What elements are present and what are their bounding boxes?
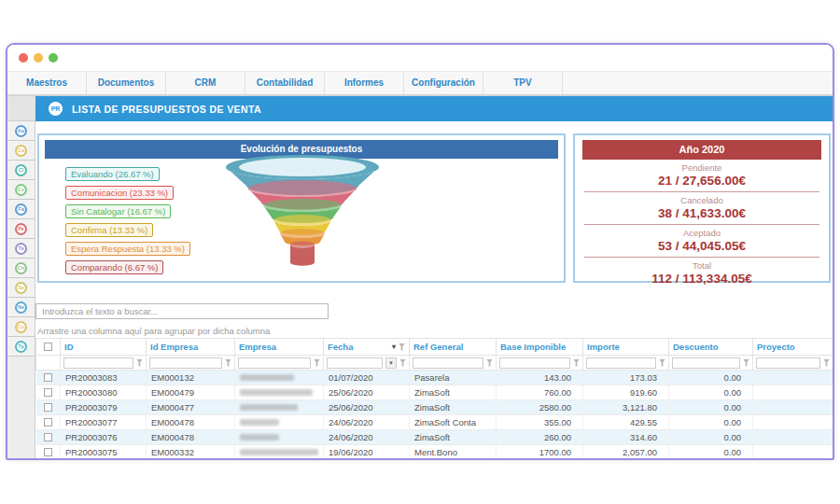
cell-fecha: 19/06/2020 <box>324 445 410 460</box>
col-header-id-empresa[interactable]: Id Empresa <box>147 339 235 356</box>
filter-input-descuento[interactable] <box>672 357 740 369</box>
row-checkbox[interactable] <box>44 418 52 427</box>
filter-input-importe[interactable] <box>586 357 656 369</box>
sidebar-item-6[interactable]: Pe <box>7 219 35 239</box>
table-row[interactable]: PR20003075 EM000332 19/06/2020 Ment.Bono… <box>36 445 833 460</box>
filter-funnel-icon[interactable] <box>399 359 406 367</box>
filter-input-id[interactable] <box>63 357 133 369</box>
funnel-panel: Evolución de presupuestos Evaluando (26.… <box>37 133 566 283</box>
sidebar-item-4[interactable]: Co <box>7 180 35 200</box>
cell-base-imponible: 2580.00 <box>497 400 583 415</box>
cell-proyecto <box>753 400 833 415</box>
sidebar-item-2[interactable]: Ca <box>7 141 35 161</box>
tab-maestros[interactable]: Maestros <box>7 72 87 94</box>
filter-cell-base-imponible <box>497 356 583 371</box>
cell-fecha: 01/07/2020 <box>324 371 410 385</box>
filter-funnel-icon[interactable] <box>314 359 320 367</box>
cell-ref-general: Ment.Bono <box>410 445 497 460</box>
filter-funnel-icon[interactable] <box>486 359 493 367</box>
cell-fecha: 24/06/2020 <box>324 430 410 445</box>
tab-informes[interactable]: Informes <box>325 72 404 94</box>
col-header-ref-general[interactable]: Ref General <box>410 339 497 356</box>
filter-funnel-icon[interactable] <box>225 359 231 367</box>
cell-base-imponible: 260.00 <box>497 430 583 445</box>
filter-input-empresa[interactable] <box>238 357 311 369</box>
table-row[interactable]: PR20003076 EM000478 24/06/2020 ZimaSoft … <box>36 430 833 445</box>
filter-funnel-icon[interactable] <box>659 359 665 367</box>
col-header-fecha[interactable]: Fecha ▾ <box>324 339 410 356</box>
filter-input-id-empresa[interactable] <box>149 357 222 369</box>
select-all-checkbox[interactable] <box>44 343 52 351</box>
sidebar-item-2-icon: Ca <box>15 145 27 157</box>
cell-empresa-redacted <box>235 371 324 385</box>
filter-funnel-icon[interactable] <box>823 359 830 367</box>
tab-configuracion[interactable]: Configuración <box>404 72 483 94</box>
filter-input-fecha[interactable] <box>327 357 383 369</box>
legend-item-evaluando: Evaluando (26.67 %) <box>65 167 160 181</box>
cell-ref-general: ZimaSoft <box>410 430 497 445</box>
zoom-button[interactable] <box>49 53 58 63</box>
sidebar-item-1[interactable]: Au <box>7 121 35 141</box>
sort-desc-icon: ▾ <box>392 343 396 351</box>
sidebar-item-5[interactable]: Fa <box>7 200 35 219</box>
tab-documentos[interactable]: Documentos <box>87 72 166 94</box>
cell-id: PR20003083 <box>61 371 147 385</box>
sidebar-item-8[interactable]: Ch <box>7 259 35 278</box>
summary-pendiente-label: Pendiente <box>584 162 819 173</box>
filter-input-proyecto[interactable] <box>756 357 820 369</box>
row-checkbox[interactable] <box>44 373 52 382</box>
table-row[interactable]: PR20003080 EM000479 25/06/2020 ZimaSoft … <box>36 385 833 400</box>
cell-base-imponible: 355.00 <box>497 415 583 430</box>
cell-empresa-redacted <box>235 430 324 445</box>
date-picker-dropdown[interactable]: ▼ <box>385 357 397 369</box>
filter-funnel-icon[interactable] <box>743 359 749 367</box>
sidebar-item-8-icon: Ch <box>15 262 27 274</box>
summary-total-value: 112 / 113,334.05€ <box>584 272 819 286</box>
summary-aceptado-label: Aceptado <box>584 228 819 238</box>
tab-crm[interactable]: CRM <box>166 72 245 94</box>
sidebar-item-1-icon: Au <box>15 125 27 137</box>
col-header-empresa[interactable]: Empresa <box>235 339 324 356</box>
filter-funnel-icon[interactable] <box>399 343 405 351</box>
cell-id: PR20003080 <box>61 385 147 400</box>
cell-descuento: 0.00 <box>669 415 753 430</box>
col-header-importe[interactable]: Importe <box>583 339 669 356</box>
tab-tpv[interactable]: TPV <box>483 72 563 94</box>
row-checkbox[interactable] <box>44 448 52 456</box>
cell-descuento: 0.00 <box>669 385 753 400</box>
cell-base-imponible: 1700.00 <box>497 445 583 460</box>
sidebar-item-10[interactable]: Ne <box>7 298 35 317</box>
cell-id-empresa: EM000479 <box>147 385 235 400</box>
row-checkbox[interactable] <box>44 433 52 441</box>
filter-cell-empresa <box>235 356 324 371</box>
col-header-id[interactable]: ID <box>61 339 147 356</box>
sidebar-item-11[interactable]: Co <box>7 317 35 337</box>
filter-funnel-icon[interactable] <box>136 359 143 367</box>
cell-importe: 314.60 <box>583 430 669 445</box>
table-row[interactable]: PR20003083 EM000132 01/07/2020 Pasarela … <box>36 371 833 385</box>
row-checkbox[interactable] <box>44 403 52 412</box>
col-header-base-imponible[interactable]: Base Imponible <box>497 339 583 356</box>
filter-input-base-imponible[interactable] <box>499 357 570 369</box>
tab-contabilidad[interactable]: Contabilidad <box>245 72 325 94</box>
sidebar-item-9[interactable]: Se <box>7 278 35 298</box>
sidebar-item-7[interactable]: Ta <box>7 239 35 259</box>
table-row[interactable]: PR20003077 EM000478 24/06/2020 ZimaSoft … <box>36 415 833 430</box>
cell-empresa-redacted <box>235 445 324 460</box>
sidebar-item-12[interactable]: Tp <box>7 337 35 357</box>
row-checkbox[interactable] <box>44 388 52 397</box>
col-header-proyecto[interactable]: Proyecto <box>753 339 833 356</box>
search-input[interactable] <box>35 303 329 319</box>
minimize-button[interactable] <box>34 53 43 63</box>
close-button[interactable] <box>19 53 28 63</box>
budgets-table: ID Id Empresa Empresa Fecha ▾ Ref Genera… <box>35 338 833 460</box>
sidebar-item-3[interactable]: Cl <box>7 161 35 180</box>
filter-cell-id-empresa <box>147 356 235 371</box>
sidebar-item-7-icon: Ta <box>15 243 27 255</box>
table-row[interactable]: PR20003079 EM000477 25/06/2020 ZimaSoft … <box>36 400 833 415</box>
filter-input-ref-general[interactable] <box>413 357 483 369</box>
filter-funnel-icon[interactable] <box>573 359 580 367</box>
col-header-descuento[interactable]: Descuento <box>669 339 753 356</box>
legend-item-comparando: Comparando (6.67 %) <box>65 260 163 274</box>
cell-id-empresa: EM000332 <box>147 445 235 460</box>
